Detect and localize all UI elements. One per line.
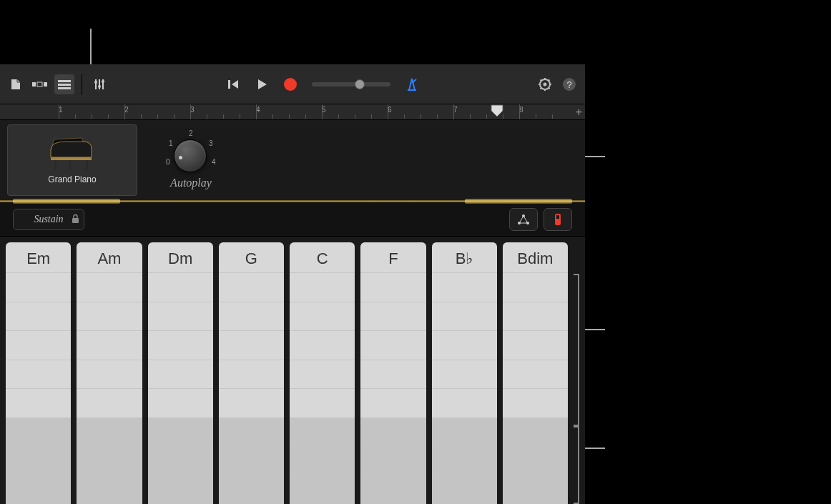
dial-mark-2: 2	[189, 129, 193, 137]
toolbar-separator	[82, 74, 82, 95]
chord-label: F	[360, 242, 426, 272]
instrument-row: Grand Piano 0 1 2 3 4 Autoplay	[0, 120, 585, 200]
svg-rect-9	[228, 80, 230, 89]
transport-controls	[223, 74, 300, 94]
dial-mark-3: 3	[209, 139, 213, 147]
autoplay-label: Autoplay	[170, 177, 212, 189]
upper-zone-bracket	[574, 274, 579, 426]
top-toolbar: ?	[0, 64, 585, 104]
record-button[interactable]	[280, 74, 300, 94]
svg-point-12	[544, 82, 547, 86]
svg-rect-1	[37, 82, 42, 87]
svg-point-10	[284, 78, 297, 91]
gold-divider	[0, 200, 585, 202]
dial-mark-4: 4	[212, 158, 216, 166]
svg-rect-2	[44, 82, 47, 87]
chord-label: B♭	[432, 242, 497, 272]
svg-rect-18	[72, 218, 79, 223]
chord-strip-c[interactable]: C	[290, 242, 355, 504]
svg-rect-15	[54, 160, 56, 170]
metronome-button[interactable]	[402, 74, 422, 94]
chord-strip-em[interactable]: Em	[6, 242, 71, 504]
svg-point-7	[98, 85, 101, 88]
sustain-toggle[interactable]: Sustain	[13, 209, 84, 230]
settings-button[interactable]	[535, 74, 555, 94]
timeline-ruler[interactable]: 1 2 3 4 5 6 7 8 /* ticks drawn below via…	[0, 104, 585, 120]
rewind-button[interactable]	[223, 74, 243, 94]
zone-brackets	[574, 242, 579, 504]
svg-rect-0	[32, 82, 36, 87]
svg-rect-23	[556, 215, 559, 219]
help-button[interactable]: ?	[559, 74, 579, 94]
lock-icon	[72, 214, 79, 227]
volume-slider-knob[interactable]	[355, 79, 365, 89]
dial-mark-0: 0	[166, 158, 170, 166]
dial-mark-1: 1	[169, 139, 173, 147]
chord-strip-am[interactable]: Am	[77, 242, 142, 504]
grand-piano-icon	[47, 136, 97, 172]
chord-label: Am	[77, 242, 142, 272]
svg-rect-17	[86, 160, 88, 170]
add-section-button[interactable]: +	[576, 106, 582, 119]
svg-rect-16	[69, 160, 71, 170]
svg-rect-4	[58, 84, 71, 86]
svg-rect-5	[58, 87, 71, 89]
instrument-name: Grand Piano	[48, 174, 96, 184]
instrument-tile[interactable]: Grand Piano	[7, 124, 137, 196]
autoplay-control: 0 1 2 3 4 Autoplay	[166, 131, 216, 189]
chord-label: C	[290, 242, 355, 272]
play-button[interactable]	[252, 74, 272, 94]
chord-label: Em	[6, 242, 71, 272]
track-controls-button[interactable]	[89, 74, 109, 94]
control-strip: Sustain	[0, 202, 585, 237]
chord-strip-f[interactable]: F	[360, 242, 426, 504]
volume-slider[interactable]	[312, 82, 390, 87]
chord-strip-g[interactable]: G	[219, 242, 284, 504]
chord-mode-button[interactable]	[509, 208, 538, 231]
autoplay-dial[interactable]	[174, 139, 207, 172]
svg-point-6	[94, 81, 97, 84]
chord-strips-area: Em Am Dm G C F B♭	[0, 237, 585, 504]
chord-strip-bflat[interactable]: B♭	[432, 242, 497, 504]
svg-rect-3	[58, 80, 71, 82]
chord-label: Dm	[148, 242, 213, 272]
browser-button[interactable]	[6, 74, 26, 94]
chord-label: G	[219, 242, 284, 272]
app-window: ? 1 2 3 4 5 6 7 8 /* ticks drawn below v…	[0, 64, 585, 504]
chord-strip-bdim[interactable]: Bdim	[503, 242, 568, 504]
svg-point-8	[102, 80, 104, 83]
lower-zone-bracket	[574, 426, 579, 504]
tracks-view-button[interactable]	[30, 74, 50, 94]
playhead[interactable]	[491, 104, 503, 117]
chord-label: Bdim	[503, 242, 568, 272]
list-view-button[interactable]	[54, 74, 74, 94]
note-mode-button[interactable]	[544, 208, 572, 231]
chord-strip-dm[interactable]: Dm	[148, 242, 213, 504]
sustain-label: Sustain	[34, 214, 63, 225]
svg-text:?: ?	[566, 79, 571, 90]
